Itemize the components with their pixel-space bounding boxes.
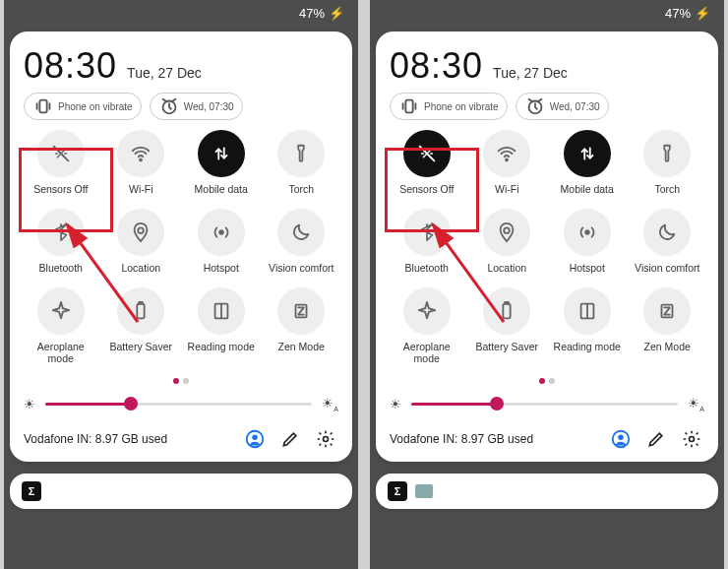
tile-bluetooth[interactable]: Bluetooth [390,209,464,274]
brightness-low-icon: ☀ [24,397,35,411]
charging-icon: ⚡ [695,6,710,21]
tile-aeroplane-mode[interactable]: Aeroplane mode [24,287,98,364]
chip-vibrate[interactable]: Phone on vibrate [390,93,508,120]
chip-label: Phone on vibrate [424,101,499,112]
tile-wifi[interactable]: Wi-Fi [470,130,545,195]
hotspot-icon [198,209,245,256]
tile-aeroplane-mode[interactable]: Aeroplane mode [390,287,464,364]
settings-button[interactable] [679,426,704,452]
tile-mobile-data[interactable]: Mobile data [550,130,625,195]
slider-track[interactable] [45,403,312,406]
airplane-icon [403,287,451,335]
slider-thumb[interactable] [124,397,138,411]
screenshot-icon [415,484,433,498]
svg-point-25 [618,434,624,440]
panel-footer: Vodafone IN: 8.97 GB used [390,426,704,452]
tile-torch[interactable]: Torch [631,130,705,195]
tile-battery-saver[interactable]: Battery Saver [470,287,545,364]
alarm-icon [524,95,546,117]
tile-zen-mode[interactable]: Zen Mode [631,287,705,364]
charging-icon: ⚡ [329,6,344,21]
notification-bar[interactable]: Σ [376,474,718,509]
tile-zen-mode[interactable]: Zen Mode [265,287,339,364]
pager-dot [183,378,189,384]
tile-label: Bluetooth [405,262,449,274]
vibrate-icon [398,95,420,117]
zen-icon [277,287,325,335]
user-switcher-button[interactable] [608,426,634,452]
chip-label: Wed, 07:30 [184,101,234,112]
tile-reading-mode[interactable]: Reading mode [184,287,259,364]
carrier-usage: Vodafone IN: 8.97 GB used [24,432,167,446]
tile-mobile-data[interactable]: Mobile data [184,130,259,195]
svg-rect-0 [39,100,46,113]
tile-torch[interactable]: Torch [265,130,339,195]
clock-row: 08:30Tue, 27 Dec [390,45,704,87]
settings-button[interactable] [313,426,338,452]
torch-icon [277,130,325,177]
edit-tiles-button[interactable] [277,426,303,452]
battery-icon [117,287,164,335]
tiles-grid: Sensors OffWi-FiMobile dataTorchBluetoot… [390,130,704,364]
svg-point-16 [506,159,508,161]
tile-reading-mode[interactable]: Reading mode [550,287,625,364]
edit-tiles-button[interactable] [643,426,669,452]
phone-before: 47%⚡08:30Tue, 27 DecPhone on vibrateWed,… [4,0,358,569]
location-icon [483,209,530,256]
bluetooth-icon [37,209,85,256]
moon-icon [277,209,325,256]
app-icon: Σ [388,481,407,501]
brightness-auto-icon[interactable]: ☀A [688,396,704,412]
svg-rect-6 [139,302,143,304]
tile-label: Zen Mode [644,341,691,352]
chip-vibrate[interactable]: Phone on vibrate [24,93,142,120]
tile-label: Vision comfort [635,262,699,274]
tile-sensors-off[interactable]: Sensors Off [24,130,98,195]
tile-label: Sensors Off [399,183,454,195]
tile-vision-comfort[interactable]: Vision comfort [265,209,339,274]
battery-icon [483,287,530,335]
brightness-slider[interactable]: ☀☀A [390,396,704,412]
tile-label: Battery Saver [475,341,538,352]
chip-alarm[interactable]: Wed, 07:30 [150,93,243,120]
slider-thumb[interactable] [490,397,504,411]
tile-label: Torch [654,183,680,195]
tile-location[interactable]: Location [104,209,179,274]
clock-date: Tue, 27 Dec [127,65,202,81]
brightness-auto-icon[interactable]: ☀A [322,396,338,412]
chip-label: Wed, 07:30 [550,101,600,112]
vibrate-icon [32,95,54,117]
user-switcher-button[interactable] [242,426,268,452]
tile-vision-comfort[interactable]: Vision comfort [631,209,705,274]
tile-label: Aeroplane mode [390,341,464,364]
bluetooth-icon [403,209,451,256]
tile-hotspot[interactable]: Hotspot [550,209,625,274]
clock-time: 08:30 [24,45,117,87]
torch-icon [643,130,691,177]
svg-rect-5 [138,304,145,319]
tile-wifi[interactable]: Wi-Fi [104,130,179,195]
tile-label: Mobile data [195,183,248,195]
sensors-off-icon [37,130,85,177]
tile-label: Zen Mode [278,341,325,352]
tile-location[interactable]: Location [470,209,545,274]
chip-label: Phone on vibrate [58,101,133,112]
zen-icon [643,287,691,335]
svg-point-2 [140,159,142,161]
tile-label: Reading mode [554,341,621,352]
tile-bluetooth[interactable]: Bluetooth [24,209,98,274]
tile-battery-saver[interactable]: Battery Saver [104,287,179,364]
svg-point-11 [252,434,258,440]
battery-percentage: 47% [299,6,325,21]
chip-alarm[interactable]: Wed, 07:30 [516,93,609,120]
hotspot-icon [564,209,611,256]
brightness-slider[interactable]: ☀☀A [24,396,338,412]
slider-fill [45,403,131,406]
slider-track[interactable] [411,403,678,406]
pager-dots [24,378,338,384]
notification-bar[interactable]: Σ [10,474,352,509]
tile-label: Aeroplane mode [24,341,98,364]
tile-hotspot[interactable]: Hotspot [184,209,259,274]
tile-sensors-off[interactable]: Sensors Off [390,130,464,195]
svg-rect-19 [504,304,511,319]
